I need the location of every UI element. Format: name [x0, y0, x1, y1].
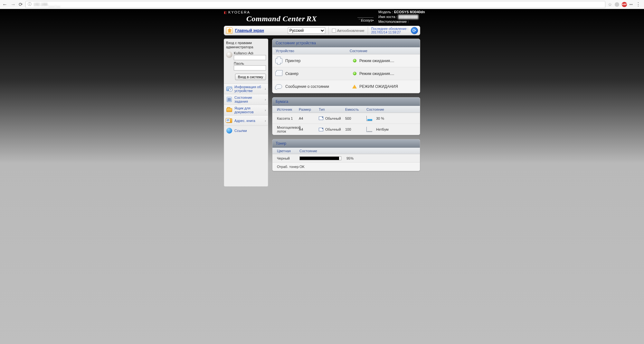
paper-source: Многоцелевой лоток — [272, 126, 299, 133]
globe-icon — [226, 128, 232, 134]
device-row-printer: Принтер Режим ожидания.... — [272, 54, 420, 67]
sidebar-item-links[interactable]: Ссылки — [224, 126, 268, 135]
sidebar-item-address-book[interactable]: Адрес. книга › — [224, 115, 268, 126]
tray-level-icon — [366, 127, 372, 132]
header-device-info: Модель : ECOSYS M3040dn Имя хоста : ████… — [378, 10, 425, 24]
browser-menu-icon[interactable]: ⋮ — [636, 1, 641, 7]
brand-logo: ◧ KYOCERA — [224, 10, 250, 14]
paper-type: Обычный — [325, 127, 341, 131]
language-select[interactable]: Русский — [288, 27, 325, 34]
tray-level-icon — [366, 116, 372, 121]
autorefresh-label: Автообновление — [337, 29, 365, 33]
extension-dot-icon[interactable] — [615, 2, 619, 7]
info-icon: ⓘ — [28, 2, 32, 7]
waste-toner-value: OK — [299, 165, 420, 169]
toner-row-waste: Отраб. тонер OK — [272, 163, 420, 171]
checkbox-icon[interactable] — [332, 29, 336, 33]
col-device: Устройство — [272, 49, 350, 53]
device-status-panel: Состояние устройства Устройство Состояни… — [272, 39, 420, 93]
login-panel: Вход с правами администратора Kullanıcı … — [224, 39, 268, 83]
device-name: Сканер — [285, 71, 350, 76]
url-text: 192.168.___.__ — [33, 2, 60, 7]
toner-percent: 95% — [346, 156, 354, 160]
browser-toolbar: ← → ⟳ ⓘ 192.168.___.__ ☆ ABP ⤢ ⋮ — [0, 0, 644, 9]
col-capacity: Емкость — [345, 107, 366, 111]
scanner-icon — [275, 71, 282, 76]
device-name: Сообщение о состоянии — [285, 84, 350, 89]
paper-status: НетБум — [376, 127, 389, 131]
username-label: Kullanıcı Adı — [234, 51, 266, 55]
toner-color: Черный — [272, 156, 299, 160]
message-icon — [276, 84, 282, 89]
status-warn-icon — [352, 85, 357, 88]
paper-source: Кассета 1 — [272, 116, 299, 120]
device-info-icon — [226, 87, 232, 91]
status-led-green-icon — [353, 72, 356, 75]
device-row-message: Сообщение о состоянии РЕЖИМ ОЖИДАНИЯ — [272, 80, 420, 93]
col-status: Состояние — [299, 149, 420, 153]
address-bar[interactable]: ⓘ 192.168.___.__ — [25, 1, 605, 8]
toner-level-bar — [299, 156, 341, 160]
last-update: Последнее обновление : 2017/01/14 11:59:… — [371, 27, 408, 34]
paper-capacity: 100 — [345, 127, 366, 131]
app-header: ◧ KYOCERA Command CenterRX ⌒Ecosys• Моде… — [224, 9, 420, 25]
chevron-right-icon: › — [265, 87, 266, 91]
chevron-right-icon: › — [265, 98, 266, 101]
toner-row-black: Черный 95% — [272, 154, 420, 163]
folder-icon — [226, 108, 232, 112]
username-input[interactable] — [234, 55, 266, 60]
page-icon — [319, 128, 323, 131]
back-icon[interactable]: ← — [2, 2, 8, 7]
abp-icon[interactable]: ABP — [622, 2, 627, 7]
sidebar-item-label: Состояние задания — [234, 96, 263, 103]
device-name: Принтер — [285, 59, 350, 63]
password-input[interactable] — [234, 65, 266, 70]
product-title: Command CenterRX — [246, 14, 317, 23]
paper-row: Кассета 1 A4 Обычный 500 30 % — [272, 113, 420, 124]
reload-icon[interactable]: ⟳ — [19, 2, 23, 7]
sidebar-item-label: Ссылки — [234, 129, 247, 133]
forward-icon[interactable]: → — [10, 2, 16, 7]
address-book-icon — [226, 118, 232, 123]
printer-icon — [275, 58, 282, 63]
device-row-scanner: Сканер Режим ожидания.... — [272, 67, 420, 80]
avatar-icon — [226, 51, 232, 58]
page-body: ◧ KYOCERA Command CenterRX ⌒Ecosys• Моде… — [0, 9, 644, 344]
separator — [328, 27, 329, 34]
col-size: Размер — [299, 107, 319, 111]
refresh-button[interactable]: ⟳ — [411, 27, 418, 34]
paper-row: Многоцелевой лоток A4 Обычный 100 НетБум — [272, 124, 420, 135]
sidebar-item-document-box[interactable]: Ящик для документов › — [224, 105, 268, 115]
panel-title: Тонер — [276, 141, 286, 146]
sidebar-item-label: Адрес. книга — [234, 119, 255, 123]
paper-status: 30 % — [376, 116, 384, 120]
sidebar-item-label: Информация об устройстве — [234, 85, 263, 93]
col-type: Тип — [319, 107, 345, 111]
login-title: Вход с правами администратора — [226, 41, 266, 49]
panel-title: Состояние устройства — [276, 41, 316, 45]
paper-capacity: 500 — [345, 116, 366, 120]
toner-panel: Тонер Цветная Состояние Черный 95% Отраб… — [272, 139, 420, 171]
ecosys-logo: ⌒Ecosys• — [357, 17, 374, 23]
login-button[interactable]: Вход в систему — [235, 74, 266, 80]
bookmark-icon[interactable]: ☆ — [608, 2, 612, 7]
password-label: Паоль — [234, 61, 266, 65]
paper-panel: Бумага Источник Размер Тип Емкость Состо… — [272, 97, 420, 135]
status-led-green-icon — [353, 59, 356, 62]
paper-columns: Источник Размер Тип Емкость Состояние — [272, 106, 420, 113]
sidebar-item-device-info[interactable]: Информация об устройстве › — [224, 83, 268, 94]
sidebar-item-label: Ящик для документов — [234, 106, 263, 114]
col-status: Состояние — [350, 49, 420, 53]
page-icon — [319, 116, 323, 120]
autorefresh-toggle[interactable]: Автообновление — [332, 29, 365, 33]
waste-toner-label: Отраб. тонер — [272, 165, 299, 169]
device-status-text: РЕЖИМ ОЖИДАНИЯ — [359, 84, 420, 89]
job-status-icon — [227, 97, 232, 102]
col-status: Состояние — [366, 107, 420, 111]
home-link[interactable]: Главный экран — [235, 28, 264, 33]
chevron-right-icon: › — [265, 119, 266, 123]
device-status-text: Режим ожидания.... — [359, 71, 420, 76]
sidebar-item-job-status[interactable]: Состояние задания › — [224, 94, 268, 105]
home-icon[interactable] — [226, 27, 232, 34]
fullscreen-icon[interactable]: ⤢ — [628, 1, 634, 7]
